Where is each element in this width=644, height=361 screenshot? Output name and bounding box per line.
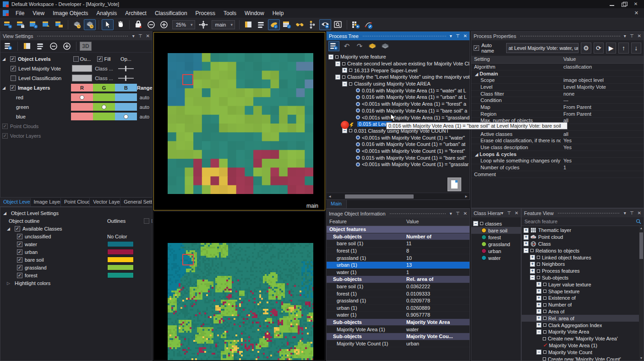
disabled-checkbox[interactable] <box>2 124 8 129</box>
feature-row[interactable]: +Thematic layer <box>522 227 644 234</box>
expander-icon[interactable]: + <box>536 309 541 314</box>
level-fill-swatch[interactable] <box>72 65 92 72</box>
execute-button[interactable] <box>367 41 378 51</box>
map-view-secondary[interactable] <box>153 211 325 361</box>
search-icon[interactable] <box>636 219 641 225</box>
feature-row[interactable]: +Rel. area of <box>522 315 644 322</box>
vertical-scrollbar[interactable]: ▲ ▼ <box>639 226 644 361</box>
pin-icon[interactable]: ⊤ <box>630 34 634 38</box>
process-row[interactable]: 0.015 with Majority Vote Count (1) = "ba… <box>327 154 469 161</box>
ioi-item-row[interactable]: Majority Vote Area (1)water <box>327 326 469 333</box>
close-icon[interactable]: ✕ <box>515 211 518 216</box>
property-row[interactable]: Loop while something changes onlyYes <box>471 158 644 165</box>
class-item-bare-soil[interactable]: bare soil <box>471 227 521 234</box>
expander-icon[interactable]: + <box>342 68 347 73</box>
new-page-button[interactable] <box>448 178 461 191</box>
scrollbar-thumb[interactable] <box>345 194 414 199</box>
feature-row[interactable]: –Relations to objects <box>522 247 644 254</box>
view-settings-button[interactable] <box>319 19 331 30</box>
view-3d-button[interactable]: 3D <box>80 42 92 51</box>
scrollbar-thumb[interactable] <box>639 232 643 259</box>
image-view-button[interactable] <box>71 19 83 30</box>
close-icon[interactable]: ✕ <box>638 211 641 216</box>
ioi-item-row[interactable]: Majority Vote Count (1)urban <box>327 340 469 348</box>
outline-checkbox[interactable] <box>73 56 79 62</box>
scroll-up-icon[interactable]: ▲ <box>639 226 644 231</box>
class-row-water[interactable]: water <box>0 240 152 248</box>
tab-point-clouds[interactable]: Point Clouds <box>61 198 90 206</box>
tab-image-layers[interactable]: Image Layers <box>31 198 61 206</box>
class-checkbox[interactable] <box>17 242 22 247</box>
panel-menu-icon[interactable]: ▾ <box>450 211 452 216</box>
panel-menu-icon[interactable]: ▾ <box>501 211 503 216</box>
process-row[interactable]: <0.001s with Majority Vote Count (1) = "… <box>327 134 469 141</box>
expander-icon[interactable]: ◢ <box>2 86 8 90</box>
expander-icon[interactable]: + <box>530 255 535 260</box>
class-row-bare-soil[interactable]: bare soil <box>0 256 152 264</box>
undo-button[interactable]: ↶ <box>341 41 352 51</box>
close-icon[interactable]: ✕ <box>464 211 467 216</box>
execute-all-button[interactable] <box>380 41 391 51</box>
property-row[interactable]: LevelLevel Majority Vote <box>471 84 644 91</box>
property-row[interactable]: Erase old classification, if there is no… <box>471 138 644 145</box>
classification-map-fine[interactable] <box>168 243 313 360</box>
expander-icon[interactable]: ▷ <box>7 281 12 286</box>
feature-row[interactable]: –Majority Vote Area <box>522 329 644 335</box>
image-layers-checkbox[interactable] <box>10 85 16 91</box>
hierarchy-button[interactable] <box>306 19 318 30</box>
class-checkbox[interactable] <box>17 249 22 255</box>
class-checkbox[interactable] <box>17 265 22 270</box>
class-row-forest[interactable]: forest <box>0 271 152 279</box>
menu-process[interactable]: Process <box>191 9 219 18</box>
expander-icon[interactable]: ◢ <box>475 72 478 76</box>
expander-icon[interactable]: + <box>524 228 529 233</box>
level-checkbox[interactable] <box>11 75 16 81</box>
feature-row[interactable]: +Shape texture <box>522 288 644 295</box>
class-color-label[interactable]: Class ... <box>95 75 113 81</box>
process-name-field[interactable]: at Level Majority Vote: water, urban, b <box>506 43 579 53</box>
class-item-urban[interactable]: urban <box>471 248 521 254</box>
class-color-swatch[interactable] <box>107 257 134 263</box>
ioi-item-row[interactable]: urban (1)0.0260889 <box>327 305 469 312</box>
image-view-2-button[interactable] <box>84 19 96 30</box>
normal-cursor-button[interactable] <box>102 19 114 30</box>
class-item-forest[interactable]: forest <box>471 234 521 241</box>
expander-icon[interactable]: + <box>536 302 541 307</box>
pin-icon[interactable]: ⊤ <box>138 34 142 38</box>
class-checkbox[interactable] <box>17 273 22 278</box>
expander-icon[interactable]: ◢ <box>7 226 12 231</box>
process-tree-mode-button[interactable] <box>328 41 339 51</box>
layer-plus-button[interactable] <box>61 41 73 52</box>
panel-menu-icon[interactable]: ▾ <box>450 34 452 38</box>
process-row[interactable]: <0.001s with Majority Vote Count (1) = "… <box>327 148 469 155</box>
property-row[interactable]: Use class descriptionYes <box>471 144 644 151</box>
menu-view[interactable]: View <box>28 9 49 18</box>
tab-vector-layers[interactable]: Vector Layers <box>90 198 120 206</box>
single-layer-button[interactable] <box>21 41 33 52</box>
pin-icon[interactable]: ⊤ <box>507 211 511 216</box>
channel-assignment-radio[interactable] <box>102 105 106 109</box>
move-down-button[interactable]: ↓ <box>631 43 641 54</box>
auto-name-checkbox[interactable] <box>474 45 479 51</box>
area-zoom-button[interactable] <box>132 19 144 30</box>
menu-help[interactable]: Help <box>268 9 288 18</box>
process-row[interactable]: 0.016 with Majority Vote Area (1) = "urb… <box>327 94 469 101</box>
expander-icon[interactable]: + <box>530 262 535 267</box>
channel-assignment-radio[interactable] <box>80 95 84 100</box>
class-color-swatch[interactable] <box>107 272 134 278</box>
class-color-swatch[interactable] <box>107 264 134 270</box>
show-classification-button[interactable]: i <box>268 19 280 30</box>
menu-analysis[interactable]: Analysis <box>93 9 121 18</box>
feature-row[interactable]: +Process features <box>522 268 644 275</box>
feature-row[interactable]: +Area of <box>522 308 644 315</box>
ioi-item-row[interactable]: bare soil (1)11 <box>327 240 469 248</box>
zoom-out-button[interactable] <box>145 19 157 30</box>
feature-row[interactable]: +Neighbors <box>522 261 644 268</box>
scroll-down-icon[interactable]: ▼ <box>639 356 644 361</box>
expander-icon[interactable]: – <box>473 221 478 226</box>
expander-icon[interactable]: – <box>536 350 541 355</box>
property-row[interactable]: RegionFrom Parent <box>471 111 644 118</box>
expander-icon[interactable]: – <box>328 54 333 59</box>
expander-icon[interactable]: ◢ <box>475 152 478 157</box>
available-classes-checkbox[interactable] <box>15 226 20 232</box>
